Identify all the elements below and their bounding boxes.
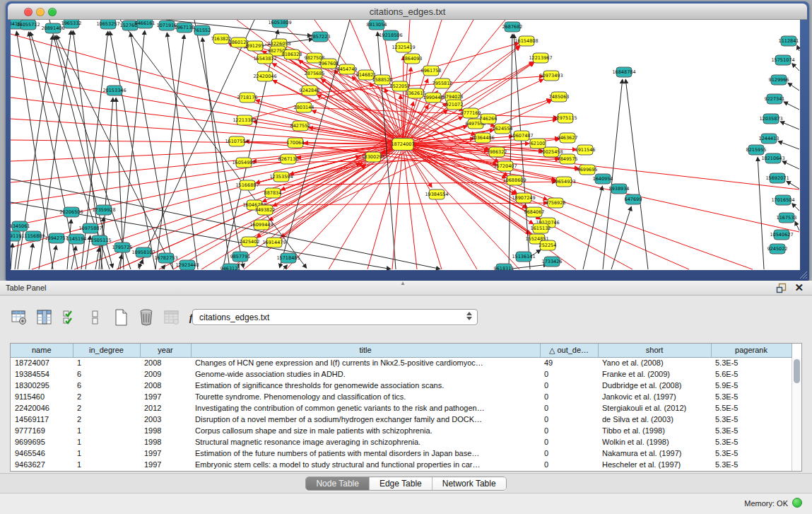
graph-node[interactable]: 12035873 <box>759 114 782 124</box>
table-cell[interactable]: 6 <box>73 368 140 380</box>
graph-node[interactable]: 7986322 <box>487 147 507 157</box>
graph-edge[interactable] <box>787 182 799 189</box>
column-header-short[interactable]: short <box>598 344 711 357</box>
graph-node[interactable]: 1990448 <box>423 93 444 103</box>
table-cell[interactable]: 6 <box>73 380 140 391</box>
graph-node[interactable]: 1244413 <box>759 134 779 144</box>
graph-node[interactable]: 10975887 <box>78 223 102 233</box>
table-cell[interactable]: 1997 <box>140 391 191 402</box>
graph-node[interactable]: 8186328 <box>282 49 302 59</box>
table-cell[interactable]: Wolkin et al. (1998) <box>598 436 711 448</box>
table-row[interactable]: 1938455462009Genome-wide association stu… <box>11 368 792 380</box>
graph-node[interactable]: 1911546 <box>575 145 596 155</box>
table-cell[interactable]: 0 <box>540 368 598 380</box>
graph-node[interactable]: 6466161 <box>135 20 155 28</box>
graph-edge[interactable] <box>788 83 799 90</box>
graph-node[interactable]: 12923448 <box>175 260 199 270</box>
graph-node[interactable]: 1167533 <box>777 213 797 223</box>
graph-node[interactable]: 12213389 <box>233 115 256 125</box>
graph-node[interactable]: 2687682 <box>502 22 523 32</box>
graph-node[interactable]: 9129966 <box>769 75 789 85</box>
table-cell[interactable]: 2009 <box>140 368 191 380</box>
column-header-title[interactable]: title <box>191 344 540 357</box>
table-cell[interactable]: 1998 <box>140 436 191 448</box>
table-cell[interactable]: 0 <box>540 391 598 402</box>
table-cell[interactable]: 1998 <box>140 425 191 436</box>
table-cell[interactable]: 1997 <box>140 448 191 459</box>
graph-edge[interactable] <box>779 141 799 149</box>
table-cell[interactable]: 0 <box>540 436 598 448</box>
graph-node[interactable]: 887834 <box>264 188 282 198</box>
table-cell[interactable]: 18300295 <box>11 380 73 391</box>
graph-node[interactable]: 761552 <box>194 25 211 35</box>
graph-node[interactable]: 8427552 <box>290 121 311 131</box>
table-cell[interactable]: 22420046 <box>11 402 73 414</box>
row-height-icon[interactable] <box>86 308 105 327</box>
table-cell[interactable]: 9699695 <box>11 436 73 448</box>
table-cell[interactable]: 5.3E-5 <box>711 448 792 459</box>
graph-node[interactable]: 6961758 <box>421 66 442 76</box>
table-cell[interactable]: 14569117 <box>11 414 73 425</box>
graph-node[interactable]: 9777169 <box>461 108 481 118</box>
graph-edge[interactable] <box>509 35 512 269</box>
graph-node[interactable]: 8938934 <box>609 184 630 194</box>
table-row[interactable]: 1456911722003Disruption of a novel membe… <box>11 414 792 425</box>
graph-node[interactable]: 8267130 <box>278 154 299 164</box>
select-columns-icon[interactable] <box>61 308 79 327</box>
graph-node[interactable]: 9245022 <box>767 244 788 254</box>
graph-node[interactable]: 7857223 <box>310 32 331 42</box>
table-cell[interactable]: 0 <box>540 459 598 470</box>
table-cell[interactable]: 1 <box>73 357 140 368</box>
column-header-year[interactable]: year <box>140 344 191 357</box>
column-header-pagerank[interactable]: pagerank <box>711 344 792 357</box>
graph-node[interactable]: 1967138 <box>175 23 195 33</box>
table-cell[interactable]: 1 <box>73 448 140 459</box>
graph-node[interactable]: 2803144 <box>294 103 314 112</box>
graph-hub-node[interactable]: 18724007 <box>391 139 414 151</box>
graph-node[interactable]: 16848784 <box>612 67 635 77</box>
float-window-icon[interactable] <box>776 283 787 293</box>
table-scrollbar-thumb[interactable] <box>794 359 800 383</box>
table-cell[interactable]: 2 <box>73 402 140 414</box>
window-titlebar[interactable]: citations_edges.txt <box>8 4 807 20</box>
graph-node[interactable]: 10653257 <box>96 20 119 29</box>
graph-node[interactable]: 2967608 <box>319 59 339 69</box>
graph-edge[interactable] <box>155 35 184 269</box>
graph-edge[interactable] <box>792 64 799 71</box>
graph-node[interactable]: 8813054 <box>367 20 387 30</box>
splitter-handle[interactable]: ▲ <box>400 280 406 286</box>
graph-node[interactable]: 13942757 <box>45 233 68 243</box>
table-cell[interactable]: 5.3E-5 <box>711 414 792 425</box>
graph-node[interactable]: 1145194 <box>66 234 87 244</box>
tab-node-table[interactable]: Node Table <box>306 477 370 490</box>
graph-node[interactable]: 170064 <box>287 138 305 148</box>
table-cell[interactable]: Dudbridge et al. (2008) <box>598 380 711 391</box>
graph-node[interactable]: 17016504 <box>771 195 794 205</box>
table-cell[interactable]: 9463627 <box>11 459 73 470</box>
graph-node[interactable]: 16154808 <box>514 36 538 46</box>
table-cell[interactable]: 5.3E-5 <box>711 436 792 448</box>
graph-node[interactable]: 891295 <box>247 41 264 51</box>
table-cell[interactable]: Stergiakouli et al. (2012) <box>598 402 711 414</box>
graph-node[interactable]: 10973493 <box>539 71 563 81</box>
table-cell[interactable]: 2008 <box>140 357 191 368</box>
graph-edge[interactable] <box>625 80 648 269</box>
memory-status-indicator[interactable] <box>792 498 802 508</box>
table-cell[interactable]: 0 <box>540 448 598 459</box>
graph-node[interactable]: 15692071 <box>765 173 789 183</box>
graph-node[interactable]: 1864093 <box>402 54 423 64</box>
table-row[interactable]: 946554611997Estimation of the future num… <box>11 448 792 459</box>
table-cell[interactable]: de Silva et al. (2003) <box>598 414 711 425</box>
table-cell[interactable]: 1 <box>73 459 140 470</box>
table-cell[interactable]: 0 <box>540 414 598 425</box>
column-header-name[interactable]: name <box>11 344 73 357</box>
table-row[interactable]: 1830029562008Estimation of significance … <box>11 380 792 391</box>
graph-edge[interactable] <box>52 246 56 269</box>
graph-node[interactable]: 10540627 <box>770 230 793 240</box>
table-cell[interactable]: 9465546 <box>11 448 73 459</box>
table-cell[interactable]: Franke et al. (2009) <box>598 368 711 380</box>
table-cell[interactable]: Jankovic et al. (1997) <box>598 391 711 402</box>
table-cell[interactable]: Structural magnetic resonance image aver… <box>191 436 540 448</box>
graph-node[interactable]: 7849575 <box>558 154 578 164</box>
graph-node[interactable]: 10210643 <box>761 153 784 163</box>
